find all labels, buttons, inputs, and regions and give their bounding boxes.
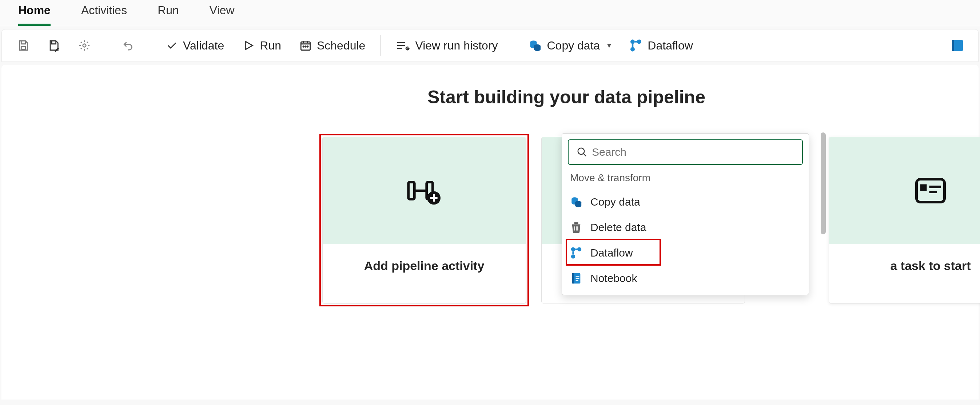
svg-rect-0 <box>21 46 25 49</box>
play-icon <box>242 39 255 52</box>
search-wrap <box>562 134 809 171</box>
schedule-button[interactable]: Schedule <box>294 36 370 55</box>
undo-icon <box>121 39 135 52</box>
dataflow-button[interactable]: Dataflow <box>624 36 698 55</box>
divider <box>380 35 381 56</box>
card-template[interactable]: a task to start <box>829 137 980 303</box>
tab-home[interactable]: Home <box>18 4 51 26</box>
history-icon <box>396 39 410 52</box>
copy-data-icon <box>570 196 582 208</box>
svg-point-5 <box>307 46 308 47</box>
svg-rect-29 <box>929 191 937 193</box>
copy-data-icon <box>528 39 542 52</box>
svg-point-3 <box>303 46 304 47</box>
svg-point-1 <box>83 44 86 47</box>
search-icon <box>577 147 587 158</box>
view-run-history-button[interactable]: View run history <box>391 36 503 55</box>
pipeline-add-icon <box>406 176 442 205</box>
dropdown-item-copy-data[interactable]: Copy data <box>562 189 809 215</box>
svg-point-10 <box>637 40 641 44</box>
run-label: Run <box>260 39 281 53</box>
dropdown-item-delete-data[interactable]: Delete data <box>562 215 809 240</box>
gear-icon <box>78 39 91 52</box>
svg-point-6 <box>406 46 410 51</box>
canvas: Start building your data pipeline Add pi… <box>2 65 978 400</box>
card-top <box>829 137 980 244</box>
view-run-history-label: View run history <box>415 39 498 53</box>
template-icon <box>915 178 946 203</box>
divider <box>150 35 150 56</box>
svg-point-4 <box>305 46 306 47</box>
save-button[interactable] <box>12 37 35 54</box>
settings-button[interactable] <box>73 37 95 54</box>
divider <box>513 35 513 56</box>
undo-button[interactable] <box>116 36 140 55</box>
save-as-button[interactable] <box>43 37 65 54</box>
svg-point-22 <box>577 247 581 251</box>
svg-rect-28 <box>929 186 941 188</box>
page-title: Start building your data pipeline <box>154 87 978 108</box>
svg-rect-27 <box>920 185 927 191</box>
search-input[interactable] <box>568 139 803 165</box>
copy-data-button[interactable]: Copy data ▾ <box>523 36 616 55</box>
card-top <box>323 137 526 244</box>
calendar-icon <box>299 39 312 52</box>
save-icon <box>17 39 29 52</box>
tab-activities[interactable]: Activities <box>81 4 127 26</box>
save-edit-icon <box>48 39 60 52</box>
svg-point-17 <box>578 148 585 155</box>
toolbar: Validate Run Schedule View run history C… <box>2 29 978 62</box>
divider <box>106 35 106 56</box>
check-icon <box>165 39 178 52</box>
schedule-label: Schedule <box>317 39 365 53</box>
svg-point-11 <box>630 47 635 52</box>
scrollbar-thumb[interactable] <box>821 132 826 234</box>
svg-point-21 <box>571 247 575 251</box>
ribbon-tabs: Home Activities Run View <box>0 0 980 26</box>
dropdown-item-dataflow[interactable]: Dataflow <box>562 240 809 266</box>
tab-view[interactable]: View <box>210 4 235 26</box>
validate-label: Validate <box>183 39 224 53</box>
dataflow-label: Dataflow <box>648 39 693 53</box>
svg-rect-14 <box>409 182 415 199</box>
item-label: Copy data <box>590 196 640 208</box>
svg-point-9 <box>630 40 635 44</box>
more-button[interactable] <box>947 36 968 55</box>
svg-rect-20 <box>574 222 578 224</box>
item-label: Notebook <box>590 272 637 285</box>
card-add-activity[interactable]: Add pipeline activity <box>322 137 526 303</box>
validate-button[interactable]: Validate <box>161 36 229 55</box>
activity-dropdown: Move & transform Copy data Delete data D… <box>562 133 809 295</box>
trash-icon <box>570 221 582 234</box>
dataflow-icon <box>629 39 643 52</box>
copy-data-label: Copy data <box>547 39 600 53</box>
dataflow-icon <box>570 247 582 259</box>
item-label: Delete data <box>590 221 646 234</box>
card-label: a task to start <box>829 244 980 287</box>
group-label: Move & transform <box>562 171 809 189</box>
component-icon <box>952 39 963 52</box>
svg-point-23 <box>571 254 575 258</box>
item-label: Dataflow <box>590 247 633 259</box>
dropdown-item-notebook[interactable]: Notebook <box>562 266 809 291</box>
chevron-down-icon: ▾ <box>607 41 611 50</box>
tab-run[interactable]: Run <box>158 4 179 26</box>
svg-rect-25 <box>572 273 574 284</box>
notebook-icon <box>570 272 582 285</box>
svg-rect-13 <box>952 40 954 51</box>
card-label: Add pipeline activity <box>323 244 526 287</box>
run-button[interactable]: Run <box>237 36 286 55</box>
